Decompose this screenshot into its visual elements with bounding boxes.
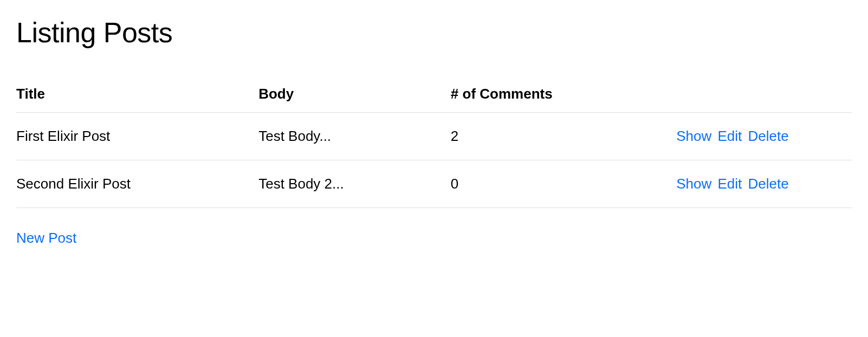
delete-link[interactable]: Delete — [748, 176, 788, 192]
table-row: Second Elixir Post Test Body 2... 0 Show… — [16, 160, 852, 208]
column-header-body: Body — [258, 76, 451, 113]
cell-title: Second Elixir Post — [16, 160, 258, 208]
column-header-comments: # of Comments — [451, 76, 676, 113]
cell-body: Test Body 2... — [258, 160, 451, 208]
cell-comments: 2 — [451, 113, 676, 160]
edit-link[interactable]: Edit — [717, 128, 742, 144]
table-row: First Elixir Post Test Body... 2 Show Ed… — [16, 113, 852, 160]
table-header-row: Title Body # of Comments — [16, 76, 852, 113]
column-header-actions — [676, 76, 852, 113]
page-title: Listing Posts — [16, 16, 852, 49]
posts-table: Title Body # of Comments First Elixir Po… — [16, 76, 852, 208]
cell-actions: Show Edit Delete — [676, 113, 852, 160]
cell-comments: 0 — [451, 160, 676, 208]
new-post-link[interactable]: New Post — [16, 230, 76, 246]
edit-link[interactable]: Edit — [717, 176, 742, 192]
delete-link[interactable]: Delete — [748, 128, 788, 144]
cell-body: Test Body... — [258, 113, 451, 160]
cell-title: First Elixir Post — [16, 113, 258, 160]
cell-actions: Show Edit Delete — [676, 160, 852, 208]
show-link[interactable]: Show — [676, 176, 711, 192]
show-link[interactable]: Show — [676, 128, 711, 144]
column-header-title: Title — [16, 76, 258, 113]
